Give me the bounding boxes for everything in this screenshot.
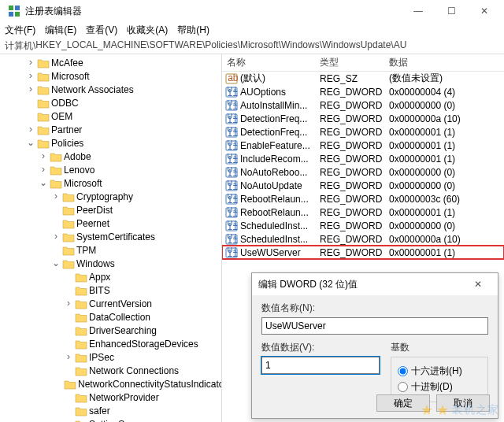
value-type: REG_DWORD <box>315 247 384 258</box>
value-name: ScheduledInst... <box>240 220 308 231</box>
tree-item[interactable]: ›Cryptography <box>0 190 221 203</box>
tree-item[interactable]: ⌄Policies <box>0 136 221 150</box>
maximize-button[interactable]: ☐ <box>435 0 468 22</box>
expand-icon[interactable]: › <box>25 123 36 136</box>
tree-item[interactable]: safer <box>0 404 221 417</box>
value-data: 0x00000000 (0) <box>384 220 504 231</box>
value-row[interactable]: 011110NoAutoReboo...REG_DWORD0x00000000 … <box>222 165 504 179</box>
column-type[interactable]: 类型 <box>315 56 384 69</box>
value-type: REG_DWORD <box>315 127 384 138</box>
menu-view[interactable]: 查看(V) <box>86 24 117 37</box>
tree-item[interactable]: ›Adobe <box>0 150 221 163</box>
value-row[interactable]: 011110DetectionFreq...REG_DWORD0x0000000… <box>222 112 504 125</box>
value-row[interactable]: 011110RebootRelaun...REG_DWORD0x00000001… <box>222 205 504 219</box>
value-row[interactable]: 011110IncludeRecom...REG_DWORD0x00000001… <box>222 152 504 165</box>
value-row[interactable]: 011110AUOptionsREG_DWORD0x00000004 (4) <box>222 85 504 98</box>
value-name-label: 数值名称(N): <box>261 302 488 315</box>
key-tree[interactable]: ›McAfee›Microsoft›Network AssociatesODBC… <box>0 54 222 422</box>
tree-item[interactable]: ›SystemCertificates <box>0 230 221 243</box>
menu-help[interactable]: 帮助(H) <box>177 24 209 37</box>
collapse-icon[interactable]: ⌄ <box>25 136 36 150</box>
collapse-icon[interactable]: ⌄ <box>38 176 49 190</box>
dialog-close-button[interactable]: ✕ <box>465 279 491 290</box>
tree-item[interactable]: OEM <box>0 109 221 123</box>
expand-icon[interactable]: › <box>50 230 61 243</box>
svg-text:110: 110 <box>228 248 239 258</box>
collapse-icon[interactable]: ⌄ <box>50 257 61 270</box>
minimize-button[interactable]: — <box>402 0 435 22</box>
radio-hex[interactable]: 十六进制(H) <box>398 364 481 378</box>
tree-item[interactable]: ⌄Windows <box>0 257 221 270</box>
value-row[interactable]: 011110DetectionFreq...REG_DWORD0x0000000… <box>222 125 504 139</box>
expand-icon[interactable]: › <box>25 56 36 69</box>
tree-item-label: SystemCertificates <box>76 231 155 242</box>
tree-item-label: IPSec <box>89 352 114 363</box>
menu-edit[interactable]: 编辑(E) <box>45 24 76 37</box>
tree-item[interactable]: Network Connections <box>0 364 221 377</box>
value-row[interactable]: 011110UseWUServerREG_DWORD0x00000001 (1) <box>222 246 504 259</box>
tree-item[interactable]: EnhancedStorageDevices <box>0 337 221 350</box>
values-list[interactable]: ab(默认)REG_SZ(数值未设置)011110AUOptionsREG_DW… <box>222 72 504 259</box>
value-row[interactable]: ab(默认)REG_SZ(数值未设置) <box>222 72 504 85</box>
expand-icon[interactable]: › <box>50 190 61 203</box>
folder-icon <box>62 258 75 269</box>
reg-binary-icon: 011110 <box>225 113 238 124</box>
tree-item[interactable]: ›Lenovo <box>0 163 221 176</box>
folder-icon <box>37 98 50 109</box>
expand-icon[interactable]: › <box>38 163 49 176</box>
column-name[interactable]: 名称 <box>222 56 315 69</box>
value-row[interactable]: 011110NoAutoUpdateREG_DWORD0x00000000 (0… <box>222 179 504 192</box>
expand-icon[interactable]: › <box>25 83 36 96</box>
radio-dec-input[interactable] <box>398 382 408 392</box>
tree-item[interactable]: ⌄Microsoft <box>0 176 221 190</box>
value-data: 0x00000001 (1) <box>384 140 504 151</box>
value-name-field[interactable] <box>261 317 488 335</box>
value-row[interactable]: 011110RebootRelaun...REG_DWORD0x0000003c… <box>222 192 504 205</box>
column-data[interactable]: 数据 <box>384 56 504 69</box>
tree-item[interactable]: NetworkConnectivityStatusIndicator <box>0 377 221 391</box>
menu-bar: 文件(F) 编辑(E) 查看(V) 收藏夹(A) 帮助(H) <box>0 22 504 38</box>
tree-item[interactable]: PeerDist <box>0 203 221 217</box>
tree-item[interactable]: ›Network Associates <box>0 83 221 96</box>
value-type: REG_DWORD <box>315 154 384 165</box>
close-button[interactable]: ✕ <box>468 0 501 22</box>
expand-icon[interactable]: › <box>38 150 49 163</box>
value-row[interactable]: 011110EnableFeature...REG_DWORD0x0000000… <box>222 139 504 152</box>
menu-favorites[interactable]: 收藏夹(A) <box>127 24 168 37</box>
tree-item[interactable]: ›Microsoft <box>0 69 221 83</box>
tree-item-label: EnhancedStorageDevices <box>89 339 198 350</box>
tree-item[interactable]: ›McAfee <box>0 56 221 69</box>
base-label: 基数 <box>391 341 488 354</box>
value-row[interactable]: 011110ScheduledInst...REG_DWORD0x0000000… <box>222 219 504 232</box>
tree-item[interactable]: DataCollection <box>0 310 221 324</box>
value-name: DetectionFreq... <box>240 113 307 124</box>
tree-item[interactable]: ›Partner <box>0 123 221 136</box>
value-row[interactable]: 011110ScheduledInst...REG_DWORD0x0000000… <box>222 232 504 246</box>
expand-icon[interactable]: › <box>63 297 74 310</box>
tree-item-label: NetworkProvider <box>89 392 159 403</box>
address-bar[interactable]: 计算机\ HKEY_LOCAL_MACHINE\SOFTWARE\Policie… <box>0 38 504 54</box>
tree-item[interactable]: Appx <box>0 270 221 283</box>
tree-item[interactable]: NetworkProvider <box>0 391 221 404</box>
radio-dec[interactable]: 十进制(D) <box>398 379 481 394</box>
tree-item[interactable]: Peernet <box>0 217 221 230</box>
tree-item[interactable]: TPM <box>0 243 221 257</box>
tree-item[interactable]: BITS <box>0 283 221 297</box>
value-data: 0x00000004 (4) <box>384 87 504 98</box>
tree-item[interactable]: ›CurrentVersion <box>0 297 221 310</box>
radio-hex-input[interactable] <box>398 366 408 376</box>
menu-file[interactable]: 文件(F) <box>5 24 35 37</box>
folder-icon <box>75 325 87 336</box>
value-row[interactable]: 011110AutoInstallMin...REG_DWORD0x000000… <box>222 98 504 112</box>
tree-item[interactable]: ›IPSec <box>0 350 221 364</box>
star-icon: ★ <box>436 402 449 419</box>
value-data-field[interactable] <box>261 357 380 374</box>
tree-item[interactable]: SettingSync <box>0 417 221 422</box>
expand-icon[interactable]: › <box>63 350 74 364</box>
dialog-title-bar[interactable]: 编辑 DWORD (32 位)值 ✕ <box>252 273 498 295</box>
reg-binary-icon: 011110 <box>225 207 238 218</box>
tree-item[interactable]: ODBC <box>0 96 221 109</box>
expand-icon[interactable]: › <box>25 69 36 83</box>
tree-item[interactable]: DriverSearching <box>0 324 221 337</box>
folder-icon <box>64 379 76 390</box>
